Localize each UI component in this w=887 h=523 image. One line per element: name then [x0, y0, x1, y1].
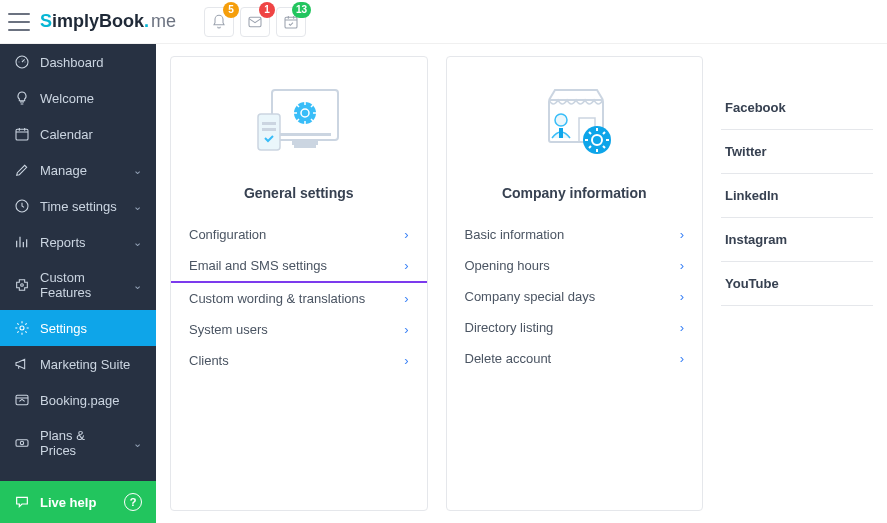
card-general-settings: General settings Configuration›Email and… — [170, 56, 428, 511]
main-content: General settings Configuration›Email and… — [156, 44, 887, 523]
logo-suffix: Book — [99, 11, 144, 32]
sidebar-item-dashboard[interactable]: Dashboard — [0, 44, 156, 80]
svg-rect-13 — [294, 145, 316, 148]
svg-point-6 — [20, 326, 24, 330]
calendar-badge: 13 — [292, 2, 311, 18]
chevron-right-icon: › — [404, 258, 408, 273]
sidebar-item-booking-page[interactable]: Booking.page — [0, 382, 156, 418]
dashboard-icon — [14, 54, 30, 70]
svg-point-21 — [555, 114, 567, 126]
live-help-button[interactable]: Live help ? — [0, 481, 156, 523]
card-company-information: Company information Basic information›Op… — [446, 56, 704, 511]
topbar: SimplyBook.me 5 1 13 — [0, 0, 887, 44]
svg-rect-8 — [16, 440, 28, 447]
chevron-right-icon: › — [404, 322, 408, 337]
bell-badge: 5 — [223, 2, 239, 18]
svg-rect-3 — [16, 129, 28, 140]
sidebar-item-label: Booking.page — [40, 393, 142, 408]
svg-rect-16 — [258, 114, 280, 150]
clock-icon — [14, 198, 30, 214]
chevron-down-icon: ⌄ — [133, 200, 142, 213]
mail-badge: 1 — [259, 2, 275, 18]
gear-icon — [14, 320, 30, 336]
calendar-icon — [14, 126, 30, 142]
sidebar-item-label: Manage — [40, 163, 123, 178]
svg-rect-12 — [292, 140, 318, 145]
chevron-right-icon: › — [404, 353, 408, 368]
pencil-icon — [14, 162, 30, 178]
sidebar-item-reports[interactable]: Reports⌄ — [0, 224, 156, 260]
live-help-label: Live help — [40, 495, 96, 510]
card-title: Company information — [447, 185, 703, 201]
svg-point-5 — [21, 284, 24, 287]
social-link-linkedin[interactable]: LinkedIn — [721, 174, 873, 218]
browser-icon — [14, 392, 30, 408]
logo-dot: . — [144, 11, 149, 32]
settings-link-delete-account[interactable]: Delete account› — [447, 343, 703, 374]
link-label: Custom wording & translations — [189, 291, 365, 306]
sidebar-item-label: Calendar — [40, 127, 142, 142]
chevron-right-icon: › — [680, 289, 684, 304]
settings-link-system-users[interactable]: System users› — [171, 314, 427, 345]
settings-link-company-special-days[interactable]: Company special days› — [447, 281, 703, 312]
sidebar-item-settings[interactable]: Settings — [0, 310, 156, 346]
bookings-button[interactable]: 13 — [276, 7, 306, 37]
bulb-icon — [14, 90, 30, 106]
link-label: Company special days — [465, 289, 596, 304]
svg-point-9 — [20, 441, 23, 444]
settings-link-clients[interactable]: Clients› — [171, 345, 427, 376]
social-link-facebook[interactable]: Facebook — [721, 86, 873, 130]
topbar-icons: 5 1 13 — [204, 7, 306, 37]
svg-rect-22 — [559, 128, 563, 138]
sidebar-item-manage[interactable]: Manage⌄ — [0, 152, 156, 188]
logo-accent: S — [40, 11, 52, 32]
messages-button[interactable]: 1 — [240, 7, 270, 37]
sidebar-item-plans-prices[interactable]: Plans & Prices⌄ — [0, 418, 156, 468]
settings-link-opening-hours[interactable]: Opening hours› — [447, 250, 703, 281]
notifications-bell-button[interactable]: 5 — [204, 7, 234, 37]
chevron-right-icon: › — [680, 320, 684, 335]
link-label: Basic information — [465, 227, 565, 242]
link-label: Clients — [189, 353, 229, 368]
sidebar-item-label: Reports — [40, 235, 123, 250]
link-label: Email and SMS settings — [189, 258, 327, 273]
chevron-right-icon: › — [680, 227, 684, 242]
svg-rect-0 — [249, 17, 261, 26]
social-link-twitter[interactable]: Twitter — [721, 130, 873, 174]
settings-link-email-and-sms-settings[interactable]: Email and SMS settings› — [171, 250, 427, 283]
sidebar-item-marketing-suite[interactable]: Marketing Suite — [0, 346, 156, 382]
sidebar-item-welcome[interactable]: Welcome — [0, 80, 156, 116]
company-info-illustration — [447, 73, 703, 173]
sidebar-item-custom-features[interactable]: Custom Features⌄ — [0, 260, 156, 310]
settings-link-directory-listing[interactable]: Directory listing› — [447, 312, 703, 343]
svg-rect-1 — [285, 17, 297, 28]
sidebar: DashboardWelcomeCalendarManage⌄Time sett… — [0, 44, 156, 523]
logo-mid: imply — [52, 11, 99, 32]
sidebar-item-label: Settings — [40, 321, 142, 336]
settings-link-custom-wording-translations[interactable]: Custom wording & translations› — [171, 283, 427, 314]
svg-rect-17 — [262, 122, 276, 125]
card-title: General settings — [171, 185, 427, 201]
brand-logo[interactable]: SimplyBook.me — [40, 11, 176, 32]
social-column: FacebookTwitterLinkedInInstagramYouTube — [721, 56, 873, 511]
link-label: System users — [189, 322, 268, 337]
sidebar-item-label: Custom Features — [40, 270, 123, 300]
chevron-down-icon: ⌄ — [133, 437, 142, 450]
svg-rect-11 — [279, 133, 331, 136]
chevron-right-icon: › — [404, 227, 408, 242]
sidebar-item-calendar[interactable]: Calendar — [0, 116, 156, 152]
settings-link-basic-information[interactable]: Basic information› — [447, 219, 703, 250]
chevron-right-icon: › — [404, 291, 408, 306]
hamburger-menu-icon[interactable] — [8, 13, 30, 31]
social-link-instagram[interactable]: Instagram — [721, 218, 873, 262]
settings-link-configuration[interactable]: Configuration› — [171, 219, 427, 250]
chat-icon — [14, 494, 30, 510]
logo-me: me — [151, 11, 176, 32]
chevron-down-icon: ⌄ — [133, 164, 142, 177]
sidebar-item-time-settings[interactable]: Time settings⌄ — [0, 188, 156, 224]
sidebar-item-label: Time settings — [40, 199, 123, 214]
link-label: Delete account — [465, 351, 552, 366]
svg-rect-18 — [262, 128, 276, 131]
social-link-youtube[interactable]: YouTube — [721, 262, 873, 306]
chevron-down-icon: ⌄ — [133, 236, 142, 249]
